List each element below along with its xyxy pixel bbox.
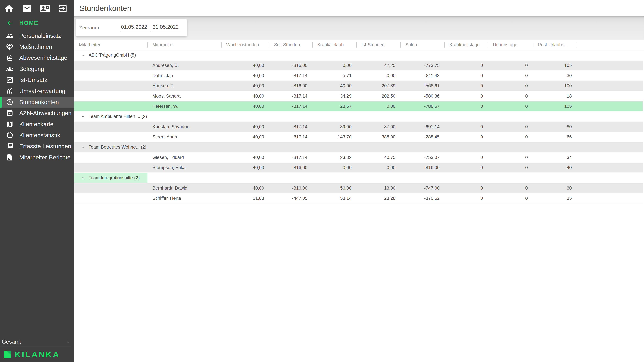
table-row[interactable]: Bernhardt, Dawid40,00-816,0056,0013,00-7…	[74, 183, 644, 193]
sidebar-item-azn-abweichungen[interactable]: AZN-Abweichungen	[0, 108, 74, 119]
sidebar-item-label: Maßnahmen	[19, 43, 52, 50]
column-header-9[interactable]: Rest-Urlaubs...	[533, 40, 576, 50]
sidebar-item-label: AZN-Abweichungen	[19, 110, 72, 116]
handshake-icon	[6, 43, 14, 50]
group-name: ABC Träger gGmbH (5)	[88, 53, 136, 58]
cell-saldo: -747,00	[400, 186, 444, 191]
group-header-row[interactable]: Team Integrationshilfe (2)	[74, 173, 644, 183]
cell-ist_stunden: 202,50	[356, 93, 400, 99]
column-header-6[interactable]: Saldo	[400, 40, 444, 50]
cell-krankheitstage: 0	[444, 124, 488, 129]
gesamt-row[interactable]: Gesamt	[0, 337, 74, 347]
sidebar-item-label: Klientenstatistik	[19, 132, 60, 139]
group-cell: Team Integrationshilfe (2)	[74, 173, 148, 183]
sort-icon[interactable]	[66, 340, 70, 344]
cell-soll_stunden: -817,14	[269, 134, 312, 140]
documents-icon	[6, 143, 14, 150]
cell-wochenstunden: 40,00	[221, 165, 269, 170]
cell-krankheitstage: 0	[444, 134, 488, 140]
contact-card-button[interactable]	[40, 4, 50, 13]
cell-krank_urlaub: 5,71	[312, 73, 356, 78]
cell-soll_stunden: -817,14	[269, 104, 312, 109]
cell-krank_urlaub: 0,00	[312, 165, 356, 170]
chevron-down-icon	[80, 145, 86, 150]
table-row[interactable]: Moos, Sandra40,00-817,1434,29202,50-580,…	[74, 91, 644, 101]
cell-wochenstunden: 40,00	[221, 186, 269, 191]
column-header-5[interactable]: Ist-Stunden	[356, 40, 400, 50]
sidebar-item-mitarbeiter-berichte[interactable]: Mitarbeiter-Berichte	[0, 152, 74, 163]
cell-urlaubstage: 0	[488, 165, 533, 170]
column-header-7[interactable]: Krankheitstage	[444, 40, 488, 50]
sidebar-item-erfasste-leistungen[interactable]: Erfasste Leistungen	[0, 141, 74, 152]
table-row[interactable]: Dahn, Jan40,00-817,145,710,00-811,430030	[74, 71, 644, 81]
gesamt-label: Gesamt	[2, 339, 21, 345]
table-row[interactable]: Konstan, Spyridon40,00-817,1439,0087,00-…	[74, 122, 644, 132]
donut-chart-icon	[6, 132, 14, 139]
cell-saldo: -816,00	[400, 165, 444, 170]
filter-band: Zeitraum 01.05.2022 31.05.2022	[74, 16, 644, 40]
group-name: Team Betreutes Wohne... (2)	[88, 145, 146, 150]
group-header-row[interactable]: ABC Träger gGmbH (5)	[74, 50, 644, 60]
kilanka-logo-icon	[3, 350, 12, 359]
date-from-input[interactable]: 01.05.2022	[120, 23, 151, 32]
cell-wochenstunden: 40,00	[221, 73, 269, 78]
cell-mitarbeiter: Giesen, Eduard	[148, 155, 221, 160]
main-content: Stundenkonten Zeitraum 01.05.2022 31.05.…	[74, 0, 644, 362]
table-row[interactable]: Giesen, Eduard40,00-817,1423,3240,75-753…	[74, 152, 644, 163]
cell-soll_stunden: -816,00	[269, 63, 312, 68]
sidebar-item-label: Mitarbeiter-Berichte	[19, 154, 70, 161]
cell-ist_stunden: 42,25	[356, 63, 400, 68]
sidebar-item-label: Umsatzerwartung	[19, 88, 65, 94]
cell-rest_urlaubstage: 35	[533, 196, 576, 201]
cell-krank_urlaub: 39,00	[312, 124, 356, 129]
table-row[interactable]: Andresen, U.40,00-816,000,0042,25-773,75…	[74, 60, 644, 71]
cell-saldo: -370,62	[400, 196, 444, 201]
table-row[interactable]: Stompson, Erika40,00-816,000,000,00-816,…	[74, 163, 644, 173]
sidebar-item-klientenstatistik[interactable]: Klientenstatistik	[0, 130, 74, 141]
badge-icon	[6, 154, 14, 161]
home-button[interactable]	[4, 4, 14, 13]
cell-ist_stunden: 0,00	[356, 104, 400, 109]
cell-saldo: -580,36	[400, 93, 444, 99]
sidebar-item-ma-nahmen[interactable]: Maßnahmen	[0, 41, 74, 52]
cell-rest_urlaubstage: 30	[533, 73, 576, 78]
cell-krank_urlaub: 40,00	[312, 83, 356, 88]
logout-button[interactable]	[58, 4, 68, 13]
zeitraum-label: Zeitraum	[79, 25, 120, 31]
cell-soll_stunden: -447,05	[269, 196, 312, 201]
table-row[interactable]: Hansen, T.40,00-816,0040,00207,39-568,61…	[74, 81, 644, 91]
group-header-row[interactable]: Team Ambulante Hilfen ... (2)	[74, 112, 644, 122]
cell-rest_urlaubstage: 30	[533, 186, 576, 191]
column-header-2[interactable]: Wochenstunden	[221, 40, 269, 50]
sidebar-item-belegung[interactable]: Belegung	[0, 63, 74, 74]
table-row[interactable]: Schiffer, Herta21,88-447,0553,1423,28-37…	[74, 193, 644, 204]
sidebar-item-stundenkonten[interactable]: Stundenkonten	[0, 96, 74, 108]
cell-urlaubstage: 0	[488, 104, 533, 109]
column-header-4[interactable]: Krank/Urlaub	[312, 40, 356, 50]
groups-icon	[6, 65, 14, 72]
sidebar-item-personaleinsatz[interactable]: Personaleinsatz	[0, 30, 74, 41]
sidebar-item-home[interactable]: HOME	[0, 17, 74, 28]
sidebar-item-ist-umsatz[interactable]: Ist-Umsatz	[0, 74, 74, 85]
sidebar-item-umsatzerwartung[interactable]: Umsatzerwartung	[0, 85, 74, 96]
cell-urlaubstage: 0	[488, 63, 533, 68]
group-name: Team Integrationshilfe (2)	[88, 175, 140, 180]
table-row[interactable]: Steen, Andre40,00-817,14143,70385,00-288…	[74, 132, 644, 142]
brand-logo[interactable]: KILANKA	[0, 347, 74, 362]
mail-button[interactable]	[22, 4, 32, 13]
column-header-1[interactable]: Mitarbeiter	[148, 40, 221, 50]
cell-rest_urlaubstage: 80	[533, 124, 576, 129]
sidebar-item-abwesenheitstage[interactable]: Abwesenheitstage	[0, 52, 74, 63]
column-header-8[interactable]: Urlaubstage	[488, 40, 533, 50]
page-header: Stundenkonten	[74, 0, 644, 16]
column-header-0[interactable]: Mitarbeiter	[74, 40, 148, 50]
group-header-row[interactable]: Team Betreutes Wohne... (2)	[74, 142, 644, 152]
column-header-3[interactable]: Soll-Stunden	[269, 40, 312, 50]
cell-soll_stunden: -817,14	[269, 93, 312, 99]
cell-wochenstunden: 40,00	[221, 63, 269, 68]
table-body: ABC Träger gGmbH (5)Andresen, U.40,00-81…	[74, 50, 644, 204]
table-row[interactable]: Petersen, W.40,00-817,1428,570,00-788,57…	[74, 101, 644, 112]
sidebar-item-klientenkarte[interactable]: Klientenkarte	[0, 119, 74, 130]
cell-krankheitstage: 0	[444, 93, 488, 99]
date-to-input[interactable]: 31.05.2022	[152, 23, 182, 32]
